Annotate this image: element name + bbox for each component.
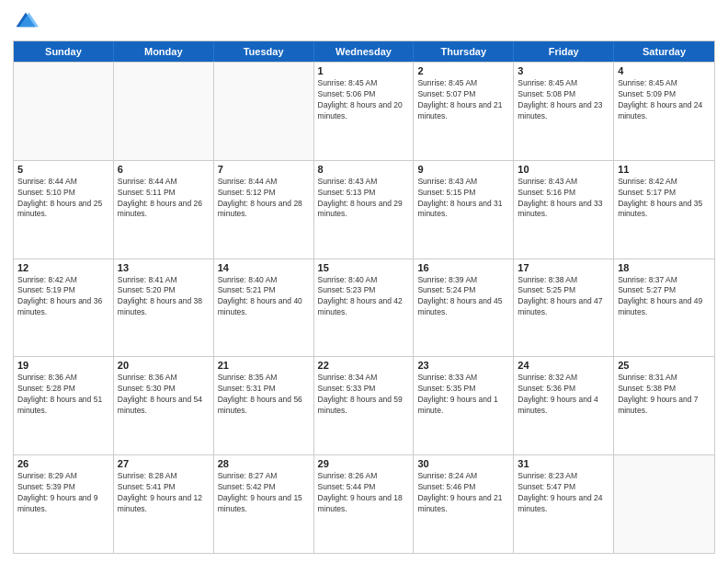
weekday-header: Monday — [114, 41, 214, 62]
calendar-cell: 15Sunrise: 8:40 AM Sunset: 5:23 PM Dayli… — [314, 259, 415, 357]
cell-day-number: 21 — [218, 360, 310, 371]
cell-day-number: 18 — [618, 262, 711, 273]
cell-info: Sunrise: 8:43 AM Sunset: 5:16 PM Dayligh… — [518, 177, 609, 221]
cell-info: Sunrise: 8:44 AM Sunset: 5:11 PM Dayligh… — [118, 177, 210, 221]
cell-day-number: 13 — [118, 262, 210, 273]
weekday-header: Tuesday — [214, 41, 314, 62]
cell-day-number: 17 — [518, 262, 609, 273]
calendar-cell: 20Sunrise: 8:36 AM Sunset: 5:30 PM Dayli… — [114, 357, 214, 454]
calendar-cell: 7Sunrise: 8:44 AM Sunset: 5:12 PM Daylig… — [214, 161, 314, 259]
weekday-header: Thursday — [414, 41, 514, 62]
cell-info: Sunrise: 8:26 AM Sunset: 5:44 PM Dayligh… — [318, 471, 410, 515]
calendar-cell: 27Sunrise: 8:28 AM Sunset: 5:41 PM Dayli… — [114, 455, 214, 553]
cell-info: Sunrise: 8:44 AM Sunset: 5:12 PM Dayligh… — [218, 177, 310, 221]
cell-day-number: 3 — [518, 65, 609, 76]
cell-day-number: 4 — [618, 65, 711, 76]
cell-info: Sunrise: 8:42 AM Sunset: 5:17 PM Dayligh… — [618, 177, 711, 221]
calendar-cell: 8Sunrise: 8:43 AM Sunset: 5:13 PM Daylig… — [314, 161, 415, 259]
cell-day-number: 31 — [518, 458, 609, 469]
calendar-cell: 9Sunrise: 8:43 AM Sunset: 5:15 PM Daylig… — [414, 161, 514, 259]
calendar-cell: 22Sunrise: 8:34 AM Sunset: 5:33 PM Dayli… — [314, 357, 415, 454]
cell-day-number: 28 — [218, 458, 310, 469]
calendar-cell: 24Sunrise: 8:32 AM Sunset: 5:36 PM Dayli… — [514, 357, 614, 454]
cell-info: Sunrise: 8:45 AM Sunset: 5:08 PM Dayligh… — [518, 78, 609, 122]
weekday-header: Friday — [514, 41, 614, 62]
cell-day-number: 30 — [417, 458, 509, 469]
calendar-cell: 3Sunrise: 8:45 AM Sunset: 5:08 PM Daylig… — [514, 63, 614, 160]
calendar-cell: 2Sunrise: 8:45 AM Sunset: 5:07 PM Daylig… — [414, 63, 514, 160]
calendar-cell: 16Sunrise: 8:39 AM Sunset: 5:24 PM Dayli… — [414, 259, 514, 357]
calendar-cell: 13Sunrise: 8:41 AM Sunset: 5:20 PM Dayli… — [114, 259, 214, 357]
calendar-cell: 31Sunrise: 8:23 AM Sunset: 5:47 PM Dayli… — [514, 455, 614, 553]
calendar-cell: 23Sunrise: 8:33 AM Sunset: 5:35 PM Dayli… — [414, 357, 514, 454]
cell-info: Sunrise: 8:45 AM Sunset: 5:09 PM Dayligh… — [618, 78, 711, 122]
cell-info: Sunrise: 8:40 AM Sunset: 5:21 PM Dayligh… — [218, 275, 310, 319]
cell-day-number: 22 — [318, 360, 410, 371]
cell-day-number: 26 — [17, 458, 109, 469]
cell-day-number: 11 — [618, 164, 711, 175]
cell-day-number: 6 — [118, 164, 210, 175]
cell-info: Sunrise: 8:45 AM Sunset: 5:06 PM Dayligh… — [318, 78, 410, 122]
header — [13, 9, 715, 35]
cell-info: Sunrise: 8:35 AM Sunset: 5:31 PM Dayligh… — [218, 373, 310, 417]
cell-day-number: 1 — [318, 65, 410, 76]
cell-day-number: 9 — [417, 164, 509, 175]
calendar-cell: 25Sunrise: 8:31 AM Sunset: 5:38 PM Dayli… — [614, 357, 714, 454]
cell-info: Sunrise: 8:28 AM Sunset: 5:41 PM Dayligh… — [118, 471, 210, 515]
cell-info: Sunrise: 8:38 AM Sunset: 5:25 PM Dayligh… — [518, 275, 609, 319]
cell-info: Sunrise: 8:42 AM Sunset: 5:19 PM Dayligh… — [17, 275, 109, 319]
calendar-row: 19Sunrise: 8:36 AM Sunset: 5:28 PM Dayli… — [14, 356, 714, 454]
calendar-row: 12Sunrise: 8:42 AM Sunset: 5:19 PM Dayli… — [14, 259, 714, 357]
cell-info: Sunrise: 8:37 AM Sunset: 5:27 PM Dayligh… — [618, 275, 711, 319]
cell-info: Sunrise: 8:29 AM Sunset: 5:39 PM Dayligh… — [17, 471, 109, 515]
weekday-header: Wednesday — [314, 41, 415, 62]
calendar-body: 1Sunrise: 8:45 AM Sunset: 5:06 PM Daylig… — [14, 62, 714, 553]
calendar-row: 26Sunrise: 8:29 AM Sunset: 5:39 PM Dayli… — [14, 454, 714, 553]
page: SundayMondayTuesdayWednesdayThursdayFrid… — [0, 0, 728, 563]
cell-info: Sunrise: 8:39 AM Sunset: 5:24 PM Dayligh… — [417, 275, 509, 319]
cell-info: Sunrise: 8:45 AM Sunset: 5:07 PM Dayligh… — [417, 78, 509, 122]
calendar-cell — [614, 455, 714, 553]
cell-day-number: 8 — [318, 164, 410, 175]
cell-day-number: 19 — [17, 360, 109, 371]
calendar-cell: 6Sunrise: 8:44 AM Sunset: 5:11 PM Daylig… — [114, 161, 214, 259]
cell-day-number: 7 — [218, 164, 310, 175]
cell-info: Sunrise: 8:43 AM Sunset: 5:15 PM Dayligh… — [417, 177, 509, 221]
calendar-cell: 10Sunrise: 8:43 AM Sunset: 5:16 PM Dayli… — [514, 161, 614, 259]
logo — [13, 9, 42, 35]
calendar-cell: 4Sunrise: 8:45 AM Sunset: 5:09 PM Daylig… — [614, 63, 714, 160]
calendar-cell: 14Sunrise: 8:40 AM Sunset: 5:21 PM Dayli… — [214, 259, 314, 357]
calendar-cell: 1Sunrise: 8:45 AM Sunset: 5:06 PM Daylig… — [314, 63, 415, 160]
calendar-cell: 5Sunrise: 8:44 AM Sunset: 5:10 PM Daylig… — [14, 161, 114, 259]
cell-info: Sunrise: 8:44 AM Sunset: 5:10 PM Dayligh… — [17, 177, 109, 221]
cell-info: Sunrise: 8:32 AM Sunset: 5:36 PM Dayligh… — [518, 373, 609, 417]
calendar-cell: 26Sunrise: 8:29 AM Sunset: 5:39 PM Dayli… — [14, 455, 114, 553]
cell-day-number: 29 — [318, 458, 410, 469]
calendar-cell — [214, 63, 314, 160]
calendar-cell: 12Sunrise: 8:42 AM Sunset: 5:19 PM Dayli… — [14, 259, 114, 357]
cell-day-number: 23 — [417, 360, 509, 371]
logo-icon — [13, 9, 39, 35]
cell-day-number: 25 — [618, 360, 711, 371]
cell-info: Sunrise: 8:36 AM Sunset: 5:30 PM Dayligh… — [118, 373, 210, 417]
weekday-header: Saturday — [614, 41, 714, 62]
cell-info: Sunrise: 8:34 AM Sunset: 5:33 PM Dayligh… — [318, 373, 410, 417]
cell-day-number: 14 — [218, 262, 310, 273]
cell-day-number: 15 — [318, 262, 410, 273]
cell-info: Sunrise: 8:24 AM Sunset: 5:46 PM Dayligh… — [417, 471, 509, 515]
cell-info: Sunrise: 8:41 AM Sunset: 5:20 PM Dayligh… — [118, 275, 210, 319]
cell-day-number: 24 — [518, 360, 609, 371]
calendar-cell — [14, 63, 114, 160]
cell-day-number: 16 — [417, 262, 509, 273]
calendar-cell: 21Sunrise: 8:35 AM Sunset: 5:31 PM Dayli… — [214, 357, 314, 454]
calendar-cell: 30Sunrise: 8:24 AM Sunset: 5:46 PM Dayli… — [414, 455, 514, 553]
calendar-cell: 18Sunrise: 8:37 AM Sunset: 5:27 PM Dayli… — [614, 259, 714, 357]
cell-day-number: 10 — [518, 164, 609, 175]
cell-day-number: 27 — [118, 458, 210, 469]
cell-info: Sunrise: 8:23 AM Sunset: 5:47 PM Dayligh… — [518, 471, 609, 515]
cell-info: Sunrise: 8:36 AM Sunset: 5:28 PM Dayligh… — [17, 373, 109, 417]
cell-info: Sunrise: 8:31 AM Sunset: 5:38 PM Dayligh… — [618, 373, 711, 417]
calendar-cell: 11Sunrise: 8:42 AM Sunset: 5:17 PM Dayli… — [614, 161, 714, 259]
calendar-row: 5Sunrise: 8:44 AM Sunset: 5:10 PM Daylig… — [14, 160, 714, 259]
weekday-header: Sunday — [14, 41, 114, 62]
